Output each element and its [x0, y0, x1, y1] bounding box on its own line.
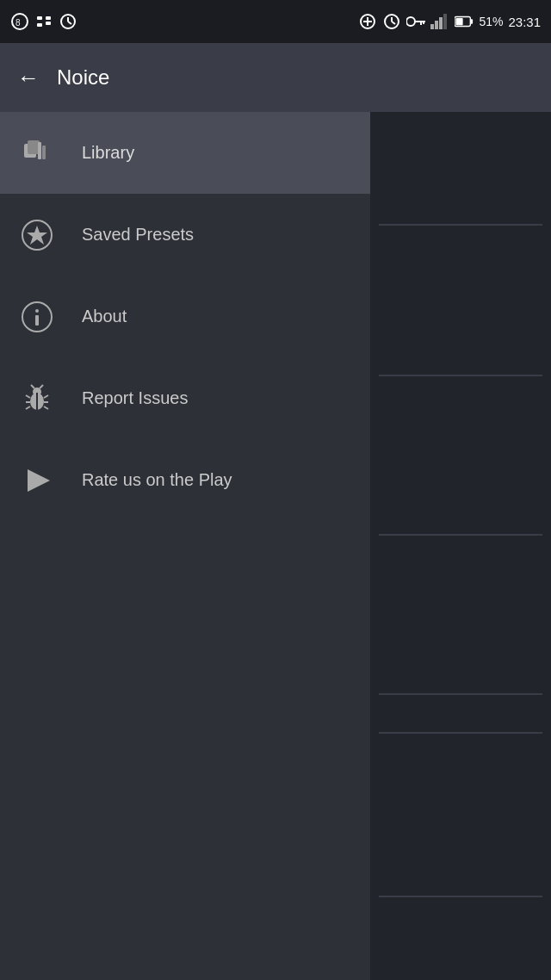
svg-rect-5 [46, 16, 51, 20]
app-bar: ← Noice [0, 43, 551, 112]
key-icon [406, 12, 425, 31]
svg-point-33 [35, 309, 39, 313]
svg-rect-27 [28, 140, 40, 154]
svg-rect-22 [443, 14, 447, 29]
svg-rect-34 [35, 315, 39, 326]
sidebar-item-report-issues[interactable]: Report Issues [0, 357, 370, 439]
sidebar-item-saved-presets[interactable]: Saved Presets [0, 194, 370, 276]
divider-line [379, 732, 542, 734]
svg-line-14 [392, 22, 395, 24]
report-issues-label: Report Issues [82, 388, 188, 408]
svg-rect-28 [38, 142, 41, 159]
sidebar-item-about[interactable]: About [0, 276, 370, 357]
divider-line [379, 896, 542, 897]
svg-rect-20 [435, 21, 438, 29]
svg-line-38 [40, 385, 43, 388]
battery-icon [455, 12, 474, 31]
add-icon [358, 12, 377, 31]
ball-icon: 8 [10, 12, 29, 31]
svg-marker-31 [27, 226, 47, 245]
time-display: 23:31 [508, 15, 541, 29]
svg-rect-3 [46, 22, 51, 25]
svg-marker-46 [28, 469, 50, 492]
back-button[interactable]: ← [17, 65, 40, 91]
svg-line-39 [26, 395, 30, 398]
svg-rect-25 [456, 18, 463, 25]
status-left-icons: 8 [10, 12, 77, 31]
app-title: Noice [57, 65, 109, 90]
svg-rect-21 [439, 17, 443, 29]
navigation-drawer: Library Saved Presets About [0, 112, 370, 980]
svg-line-41 [26, 406, 30, 409]
play-icon [17, 461, 56, 499]
battery-percent: 51% [479, 15, 503, 28]
svg-rect-4 [37, 23, 42, 27]
svg-line-42 [44, 395, 48, 398]
divider-line [379, 693, 542, 695]
svg-point-15 [406, 17, 415, 26]
star-icon [17, 215, 56, 254]
status-bar: 8 [0, 0, 551, 43]
svg-line-37 [31, 385, 34, 388]
rate-play-label: Rate us on the Play [82, 470, 232, 490]
svg-rect-2 [37, 16, 42, 20]
clock2-icon [382, 12, 401, 31]
svg-line-44 [44, 406, 48, 409]
content-area [370, 112, 551, 980]
divider-line [379, 375, 542, 376]
library-icon [17, 133, 56, 172]
bug-icon [17, 379, 56, 418]
svg-line-8 [68, 22, 71, 24]
saved-presets-label: Saved Presets [82, 225, 194, 245]
sidebar-item-library[interactable]: Library [0, 112, 370, 194]
sidebar-item-rate-play[interactable]: Rate us on the Play [0, 439, 370, 521]
info-icon [17, 297, 56, 336]
divider-line [379, 534, 542, 536]
signal-icon [430, 12, 449, 31]
svg-rect-24 [471, 19, 474, 24]
svg-rect-19 [430, 24, 434, 29]
settings-icon [34, 12, 53, 31]
library-label: Library [82, 143, 134, 163]
status-right-icons: 51% 23:31 [358, 12, 541, 31]
about-label: About [82, 307, 127, 326]
divider-line [379, 224, 542, 226]
svg-rect-29 [42, 146, 46, 159]
svg-text:8: 8 [15, 18, 21, 28]
clock-icon [59, 12, 77, 31]
